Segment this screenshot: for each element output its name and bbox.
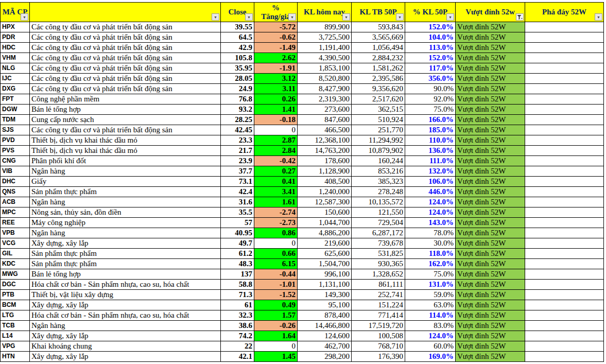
cell-sector-DHC[interactable]: Giấy xyxy=(30,177,221,187)
cell-kl_avg-PVD[interactable]: 11,294,992 xyxy=(352,135,405,146)
cell-close-HPX[interactable]: 39.55 xyxy=(221,22,254,32)
cell-breakout-CNG[interactable]: Vượt đỉnh 52W xyxy=(456,156,525,166)
cell-sector-LTG[interactable]: Hóa chất cơ bản - Sản phẩm nhựa, cao su,… xyxy=(30,310,221,321)
cell-pct-DXG[interactable]: 3.11 xyxy=(254,84,298,94)
cell-breakout-REE[interactable]: Vượt đỉnh 52W xyxy=(456,218,525,228)
cell-kl_avg-VPB[interactable]: 6,287,172 xyxy=(352,228,405,238)
cell-close-ACB[interactable]: 31.6 xyxy=(221,197,254,207)
cell-code-LTG[interactable]: LTG xyxy=(1,310,30,321)
cell-code-HDC[interactable]: HDC xyxy=(1,43,30,53)
cell-breakout-DXG[interactable]: Vượt đỉnh 52W xyxy=(456,84,525,94)
cell-breakout-HDC[interactable]: Vượt đỉnh 52W xyxy=(456,43,525,53)
cell-close-PDR[interactable]: 64.5 xyxy=(221,32,254,43)
cell-breakdown-KDC[interactable] xyxy=(525,259,604,269)
cell-close-PVS[interactable]: 21.7 xyxy=(221,146,254,156)
filter-dropdown-icon[interactable]: ▼ xyxy=(446,13,454,21)
cell-pct-BCM[interactable]: 0.49 xyxy=(254,300,298,310)
cell-breakout-LTG[interactable]: Vượt đỉnh 52W xyxy=(456,310,525,321)
cell-kl_today-ACB[interactable]: 12,587,300 xyxy=(298,197,352,207)
cell-sector-ACB[interactable]: Ngân hàng xyxy=(30,197,221,207)
cell-pct_kl-TDM[interactable]: 166.0% xyxy=(405,115,456,125)
cell-pct_kl-PDR[interactable]: 104.0% xyxy=(405,32,456,43)
cell-sector-PDR[interactable]: Các công ty đầu cơ và phát triển bất độn… xyxy=(30,32,221,43)
cell-breakout-HPX[interactable]: Vượt đỉnh 52W xyxy=(456,22,525,32)
cell-kl_today-NLG[interactable]: 1,853,100 xyxy=(298,63,352,74)
cell-pct-L14[interactable]: 1.64 xyxy=(254,331,298,341)
cell-kl_avg-VPG[interactable]: 768,710 xyxy=(352,341,405,352)
cell-breakout-MPC[interactable]: Vượt đỉnh 52W xyxy=(456,207,525,218)
cell-code-GIL[interactable]: GIL xyxy=(1,249,30,259)
cell-breakdown-VHM[interactable] xyxy=(525,53,604,63)
cell-code-BCM[interactable]: BCM xyxy=(1,300,30,310)
cell-code-QNS[interactable]: QNS xyxy=(1,187,30,197)
cell-code-PDR[interactable]: PDR xyxy=(1,32,30,43)
cell-kl_avg-MWG[interactable]: 1,328,652 xyxy=(352,269,405,280)
cell-sector-VPG[interactable]: Khai khoáng chung xyxy=(30,341,221,352)
cell-pct_kl-GIL[interactable]: 118.0% xyxy=(405,249,456,259)
cell-kl_avg-DGC[interactable]: 861,111 xyxy=(352,280,405,290)
cell-code-IJC[interactable]: IJC xyxy=(1,74,30,84)
filter-dropdown-icon[interactable]: ▼ xyxy=(245,13,253,21)
cell-breakdown-PVS[interactable] xyxy=(525,146,604,156)
cell-close-PTB[interactable]: 71.3 xyxy=(221,290,254,300)
cell-sector-KDC[interactable]: Sản phẩm thực phẩm xyxy=(30,259,221,269)
cell-breakdown-VPG[interactable] xyxy=(525,341,604,352)
cell-kl_avg-VIB[interactable]: 853,216 xyxy=(352,166,405,177)
cell-sector-QNS[interactable]: Sản phẩm thực phẩm xyxy=(30,187,221,197)
cell-breakout-DGW[interactable]: Vượt đỉnh 52W xyxy=(456,105,525,115)
cell-pct-HTN[interactable]: 1.45 xyxy=(254,352,298,362)
cell-breakdown-ACB[interactable] xyxy=(525,197,604,207)
cell-code-TCB[interactable]: TCB xyxy=(1,321,30,331)
cell-pct-SJS[interactable]: 0 xyxy=(254,125,298,135)
cell-breakdown-VIB[interactable] xyxy=(525,166,604,177)
column-header-close[interactable]: Close▼ xyxy=(221,3,254,22)
cell-close-CNG[interactable]: 23.9 xyxy=(221,156,254,166)
cell-kl_today-CNG[interactable]: 178,600 xyxy=(298,156,352,166)
cell-breakout-VPB[interactable]: Vượt đỉnh 52W xyxy=(456,228,525,238)
cell-breakdown-IJC[interactable] xyxy=(525,74,604,84)
cell-pct_kl-ACB[interactable]: 124.0% xyxy=(405,197,456,207)
cell-pct_kl-L14[interactable]: 124.0% xyxy=(405,331,456,341)
filter-dropdown-icon[interactable]: ▼ xyxy=(21,13,28,21)
cell-breakout-L14[interactable]: Vượt đỉnh 52W xyxy=(456,331,525,341)
cell-pct_kl-QNS[interactable]: 446.0% xyxy=(405,187,456,197)
cell-breakout-VCG[interactable]: Vượt đỉnh 52W xyxy=(456,238,525,249)
cell-code-DXG[interactable]: DXG xyxy=(1,84,30,94)
cell-sector-IJC[interactable]: Các công ty đầu cơ và phát triển bất độn… xyxy=(30,74,221,84)
cell-code-TDM[interactable]: TDM xyxy=(1,115,30,125)
cell-pct_kl-HTN[interactable]: 169.0% xyxy=(405,352,456,362)
cell-breakout-NLG[interactable]: Vượt đỉnh 52W xyxy=(456,63,525,74)
cell-kl_avg-PVS[interactable]: 10,879,902 xyxy=(352,146,405,156)
cell-pct-PVD[interactable]: 2.87 xyxy=(254,135,298,146)
cell-pct-MWG[interactable]: -0.44 xyxy=(254,269,298,280)
cell-sector-GIL[interactable]: Sản phẩm thực phẩm xyxy=(30,249,221,259)
cell-breakdown-TDM[interactable] xyxy=(525,115,604,125)
cell-sector-HDC[interactable]: Các công ty đầu cơ và phát triển bất độn… xyxy=(30,43,221,53)
column-header-sector[interactable]: ▼ xyxy=(30,3,221,22)
cell-pct_kl-HDC[interactable]: 113.0% xyxy=(405,43,456,53)
cell-pct_kl-HPX[interactable]: 152.0% xyxy=(405,22,456,32)
cell-breakout-VIB[interactable]: Vượt đỉnh 52W xyxy=(456,166,525,177)
cell-code-PVD[interactable]: PVD xyxy=(1,135,30,146)
cell-pct_kl-MWG[interactable]: 75.0% xyxy=(405,269,456,280)
cell-sector-MWG[interactable]: Bán lẻ tổng hợp xyxy=(30,269,221,280)
cell-pct-HDC[interactable]: -1.49 xyxy=(254,43,298,53)
cell-close-KDC[interactable]: 48.3 xyxy=(221,259,254,269)
cell-breakdown-DXG[interactable] xyxy=(525,84,604,94)
cell-code-VIB[interactable]: VIB xyxy=(1,166,30,177)
cell-code-DGC[interactable]: DGC xyxy=(1,280,30,290)
cell-breakdown-VCG[interactable] xyxy=(525,238,604,249)
cell-breakout-IJC[interactable]: Vượt đỉnh 52W xyxy=(456,74,525,84)
cell-pct-VIB[interactable]: 0.27 xyxy=(254,166,298,177)
cell-sector-VCG[interactable]: Xây dựng, xây lắp xyxy=(30,238,221,249)
cell-code-ACB[interactable]: ACB xyxy=(1,197,30,207)
cell-kl_avg-SJS[interactable]: 251,770 xyxy=(352,125,405,135)
cell-kl_today-VHM[interactable]: 4,390,500 xyxy=(298,53,352,63)
cell-kl_today-BCM[interactable]: 95,100 xyxy=(298,300,352,310)
cell-sector-BCM[interactable]: Xây dựng, xây lắp xyxy=(30,300,221,310)
cell-pct-NLG[interactable]: -1.91 xyxy=(254,63,298,74)
cell-pct-VHM[interactable]: 2.62 xyxy=(254,53,298,63)
cell-code-MPC[interactable]: MPC xyxy=(1,207,30,218)
filter-dropdown-icon[interactable]: ▼ xyxy=(396,13,404,21)
cell-kl_today-TCB[interactable]: 14,466,800 xyxy=(298,321,352,331)
